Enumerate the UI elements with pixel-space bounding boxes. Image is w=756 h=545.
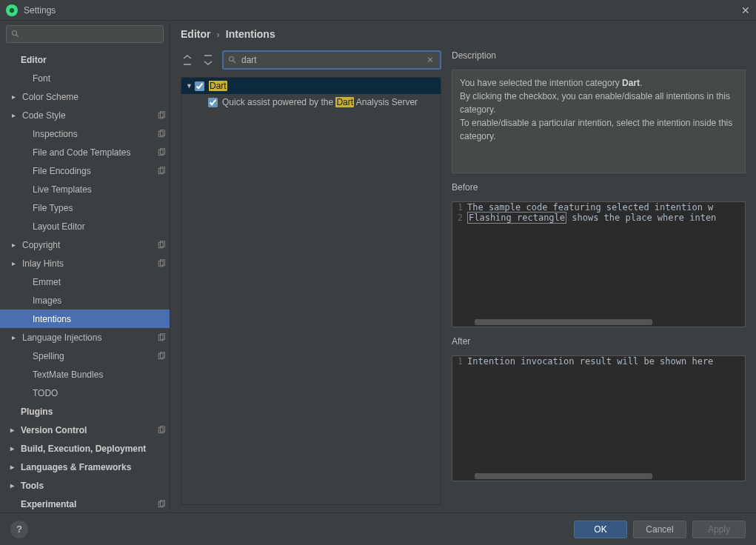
project-scope-icon xyxy=(156,110,167,121)
sidebar-item-todo[interactable]: TODO xyxy=(0,384,170,402)
chevron-right-icon: ▸ xyxy=(10,444,21,452)
horizontal-scrollbar[interactable] xyxy=(475,473,652,479)
chevron-right-icon: ▸ xyxy=(10,481,21,489)
sidebar-item-label: TextMate Bundles xyxy=(33,370,167,380)
intention-group-dart[interactable]: ▼ Dart xyxy=(181,78,441,94)
dialog-footer: ? OK Cancel Apply xyxy=(0,512,756,545)
collapse-all-icon[interactable] xyxy=(201,53,215,67)
project-scope-icon xyxy=(156,332,167,343)
sidebar-item-label: Inspections xyxy=(33,129,156,139)
cancel-button[interactable]: Cancel xyxy=(633,521,686,538)
sidebar-item-experimental[interactable]: Experimental xyxy=(0,495,170,512)
close-icon[interactable]: ✕ xyxy=(741,4,750,16)
settings-sidebar: EditorFont▸Color Scheme▸Code StyleInspec… xyxy=(0,21,170,512)
sidebar-item-label: Emmet xyxy=(33,277,167,287)
breadcrumb-root[interactable]: Editor xyxy=(181,28,210,40)
sidebar-item-file-encodings[interactable]: File Encodings xyxy=(0,161,170,180)
project-scope-icon xyxy=(156,351,167,361)
breadcrumb: Editor › Intentions xyxy=(170,21,756,47)
sidebar-item-textmate-bundles[interactable]: TextMate Bundles xyxy=(0,365,170,384)
project-scope-icon xyxy=(156,240,167,250)
sidebar-item-label: Code Style xyxy=(22,110,156,121)
sidebar-item-label: Images xyxy=(33,295,167,306)
sidebar-item-intentions[interactable]: Intentions xyxy=(0,310,170,328)
search-icon xyxy=(228,56,237,64)
help-button[interactable]: ? xyxy=(10,521,28,538)
sidebar-item-label: Color Scheme xyxy=(22,92,167,102)
sidebar-item-label: Version Control xyxy=(21,425,156,435)
intentions-search-input[interactable] xyxy=(241,55,425,65)
sidebar-tree: EditorFont▸Color Scheme▸Code StyleInspec… xyxy=(0,47,170,512)
horizontal-scrollbar[interactable] xyxy=(475,319,652,325)
clear-search-icon[interactable]: ✕ xyxy=(425,55,435,65)
intention-item-quick-assist[interactable]: Quick assist powered by the Dart Analysi… xyxy=(181,94,441,110)
sidebar-item-label: File and Code Templates xyxy=(33,147,156,158)
intentions-search[interactable]: ✕ xyxy=(222,50,441,70)
sidebar-item-inlay-hints[interactable]: ▸Inlay Hints xyxy=(0,254,170,272)
sidebar-item-label: Layout Editor xyxy=(33,221,167,232)
sidebar-item-language-injections[interactable]: ▸Language Injections xyxy=(0,328,170,347)
description-heading: Description xyxy=(452,47,746,64)
sidebar-item-build-execution-deployment[interactable]: ▸Build, Execution, Deployment xyxy=(0,439,170,458)
chevron-right-icon: ▸ xyxy=(12,111,22,119)
project-scope-icon xyxy=(156,147,167,158)
sidebar-item-label: Editor xyxy=(21,55,167,65)
sidebar-item-color-scheme[interactable]: ▸Color Scheme xyxy=(0,87,170,106)
sidebar-item-tools[interactable]: ▸Tools xyxy=(0,476,170,495)
sidebar-item-images[interactable]: Images xyxy=(0,291,170,310)
sidebar-item-emmet[interactable]: Emmet xyxy=(0,272,170,291)
sidebar-item-editor[interactable]: Editor xyxy=(0,50,170,69)
sidebar-item-file-and-code-templates[interactable]: File and Code Templates xyxy=(0,143,170,161)
window-title: Settings xyxy=(24,5,56,16)
titlebar: Settings ✕ xyxy=(0,0,756,21)
chevron-right-icon: › xyxy=(216,29,219,40)
after-heading: After xyxy=(452,333,746,350)
sidebar-item-languages-frameworks[interactable]: ▸Languages & Frameworks xyxy=(0,458,170,476)
description-box: You have selected the intention category… xyxy=(452,70,746,173)
sidebar-item-label: Experimental xyxy=(21,499,156,509)
chevron-right-icon: ▸ xyxy=(10,463,21,471)
chevron-right-icon: ▸ xyxy=(12,241,22,249)
chevron-right-icon: ▸ xyxy=(10,426,21,434)
sidebar-item-spelling[interactable]: Spelling xyxy=(0,347,170,365)
sidebar-item-label: Live Templates xyxy=(33,184,167,195)
intention-group-checkbox[interactable] xyxy=(195,81,204,91)
chevron-down-icon[interactable]: ▼ xyxy=(186,82,195,90)
sidebar-item-live-templates[interactable]: Live Templates xyxy=(0,180,170,198)
expand-all-icon[interactable] xyxy=(181,53,194,67)
sidebar-item-inspections[interactable]: Inspections xyxy=(0,124,170,143)
sidebar-item-label: Build, Execution, Deployment xyxy=(21,444,167,454)
project-scope-icon xyxy=(156,258,167,269)
sidebar-item-label: Intentions xyxy=(33,314,167,324)
sidebar-item-label: File Encodings xyxy=(33,166,156,176)
sidebar-item-label: Language Injections xyxy=(22,332,156,343)
sidebar-item-file-types[interactable]: File Types xyxy=(0,198,170,217)
app-icon xyxy=(6,4,18,16)
sidebar-item-layout-editor[interactable]: Layout Editor xyxy=(0,217,170,235)
sidebar-item-copyright[interactable]: ▸Copyright xyxy=(0,235,170,254)
intentions-toolbar: ✕ xyxy=(181,47,441,77)
project-scope-icon xyxy=(156,129,167,139)
sidebar-item-code-style[interactable]: ▸Code Style xyxy=(0,106,170,124)
breadcrumb-child: Intentions xyxy=(226,28,275,40)
project-scope-icon xyxy=(156,499,167,509)
sidebar-item-label: Font xyxy=(33,73,167,84)
before-code[interactable]: 1 The sample code featuring selected int… xyxy=(452,201,746,327)
svg-line-24 xyxy=(233,61,235,63)
project-scope-icon xyxy=(156,166,167,176)
after-code[interactable]: 1 Intention invocation result will be sh… xyxy=(452,355,746,481)
svg-point-0 xyxy=(10,7,14,12)
intention-item-checkbox[interactable] xyxy=(208,98,218,107)
sidebar-item-plugins[interactable]: Plugins xyxy=(0,402,170,421)
sidebar-item-version-control[interactable]: ▸Version Control xyxy=(0,421,170,439)
intentions-column: ✕ ▼ Dart Quick assist powered by the Dar… xyxy=(181,47,441,505)
chevron-right-icon: ▸ xyxy=(12,259,22,267)
sidebar-item-font[interactable]: Font xyxy=(0,69,170,87)
intention-item-label: Quick assist powered by the Dart Analysi… xyxy=(222,97,418,107)
ok-button[interactable]: OK xyxy=(574,521,627,538)
sidebar-search[interactable] xyxy=(6,25,164,43)
sidebar-item-label: Inlay Hints xyxy=(22,258,156,269)
chevron-right-icon: ▸ xyxy=(12,333,22,341)
apply-button[interactable]: Apply xyxy=(692,521,746,538)
before-heading: Before xyxy=(452,179,746,195)
